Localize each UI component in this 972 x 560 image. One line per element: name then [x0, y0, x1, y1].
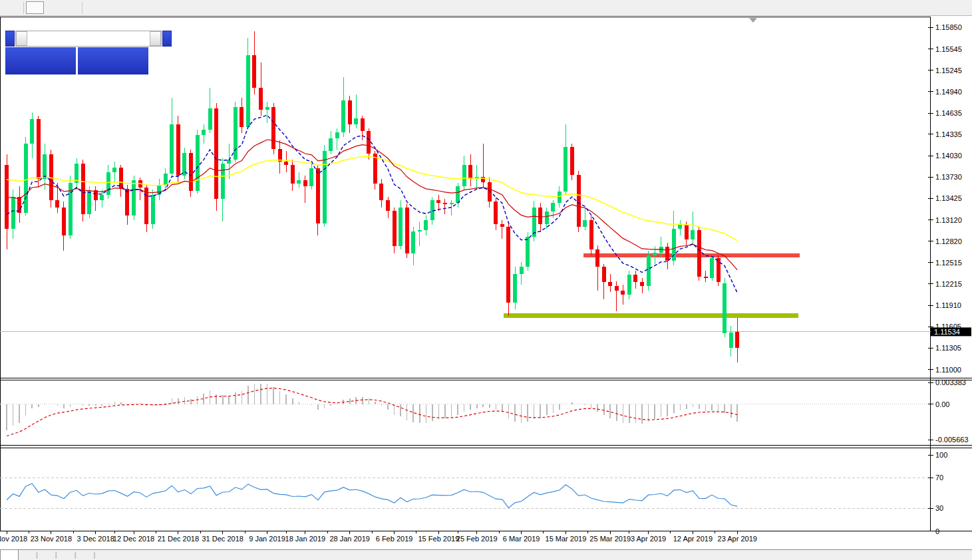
- svg-text:25 Feb 2019: 25 Feb 2019: [456, 535, 498, 543]
- svg-text:6 Mar 2019: 6 Mar 2019: [503, 535, 540, 543]
- trend-lines: [504, 255, 800, 316]
- svg-text:1.12820: 1.12820: [935, 237, 962, 245]
- chart-title: [7, 18, 15, 26]
- sell-button[interactable]: [5, 31, 15, 47]
- tab-usdchf-daily[interactable]: [38, 550, 55, 560]
- rsi-line: [7, 484, 737, 507]
- sell-price-panel[interactable]: [5, 47, 76, 74]
- svg-text:3 Dec 2018: 3 Dec 2018: [77, 535, 114, 543]
- svg-text:1.13425: 1.13425: [935, 194, 962, 202]
- fast-ma: [7, 115, 737, 293]
- svg-text:1.15245: 1.15245: [935, 67, 962, 74]
- rsi-pane: 10070300: [0, 451, 947, 535]
- svg-text:1.13730: 1.13730: [935, 173, 962, 181]
- candles: [5, 31, 739, 362]
- svg-text:6 Feb 2019: 6 Feb 2019: [376, 535, 413, 543]
- macd-signal-line: [7, 388, 737, 436]
- tab-usdcnh-daily[interactable]: [77, 550, 94, 560]
- svg-text:12 Dec 2018: 12 Dec 2018: [113, 535, 154, 543]
- svg-text:-0.005663: -0.005663: [935, 436, 969, 444]
- svg-text:70: 70: [935, 474, 943, 482]
- svg-text:30: 30: [935, 504, 943, 512]
- svg-text:1.14335: 1.14335: [935, 130, 962, 138]
- svg-text:9 Jan 2019: 9 Jan 2019: [249, 535, 285, 543]
- svg-text:12 Apr 2019: 12 Apr 2019: [673, 535, 713, 543]
- volume-decrease-button[interactable]: [16, 31, 27, 46]
- macd-pane: 0.0033830.00-0.005663: [0, 378, 969, 444]
- svg-text:23 Nov 2018: 23 Nov 2018: [31, 535, 72, 543]
- svg-text:15 Mar 2019: 15 Mar 2019: [546, 535, 587, 543]
- buy-button[interactable]: [162, 31, 172, 47]
- svg-text:18 Jan 2019: 18 Jan 2019: [285, 535, 326, 543]
- svg-text:1.15850: 1.15850: [935, 23, 962, 31]
- svg-text:1.11305: 1.11305: [935, 344, 961, 352]
- svg-text:1.14635: 1.14635: [935, 109, 962, 117]
- svg-text:1.11534: 1.11534: [934, 328, 960, 336]
- svg-text:14 Nov 2018: 14 Nov 2018: [0, 535, 27, 543]
- chart-frame: [0, 17, 972, 531]
- one-click-trading-panel: [5, 31, 150, 74]
- svg-text:1.13120: 1.13120: [935, 216, 962, 224]
- tab-usdcad-daily[interactable]: [57, 550, 75, 560]
- svg-text:0: 0: [935, 527, 939, 535]
- svg-text:25 Mar 2019: 25 Mar 2019: [589, 535, 631, 543]
- tab-eurusd-daily[interactable]: [0, 550, 19, 560]
- svg-text:31 Dec 2018: 31 Dec 2018: [202, 535, 243, 543]
- mid-ma: [7, 140, 737, 270]
- date-axis: 14 Nov 201823 Nov 20183 Dec 201812 Dec 2…: [0, 531, 757, 543]
- svg-text:1.12215: 1.12215: [935, 280, 962, 288]
- tab-audusd-daily[interactable]: [19, 550, 36, 560]
- svg-text:21 Dec 2018: 21 Dec 2018: [158, 535, 199, 543]
- svg-text:0.003383: 0.003383: [935, 378, 966, 386]
- svg-text:1.12515: 1.12515: [935, 259, 962, 267]
- volume-input[interactable]: [27, 31, 150, 46]
- svg-text:1.11000: 1.11000: [935, 366, 961, 374]
- svg-text:1.14030: 1.14030: [935, 152, 962, 160]
- chart-canvas[interactable]: 1.158501.155451.152451.149401.146351.143…: [0, 0, 972, 549]
- tab-separator: |: [94, 550, 96, 560]
- volume-increase-button[interactable]: [150, 31, 161, 46]
- svg-text:1.14940: 1.14940: [935, 88, 962, 96]
- moving-averages: [7, 115, 737, 293]
- current-price-tag: 1.11534: [931, 327, 971, 336]
- chart-tab-bar: | | | |: [0, 549, 972, 560]
- svg-text:3 Apr 2019: 3 Apr 2019: [631, 535, 666, 543]
- volume-spinner: [15, 31, 162, 47]
- buy-price-panel[interactable]: [78, 47, 148, 74]
- svg-text:0.00: 0.00: [935, 400, 949, 408]
- price-axis: 1.158501.155451.152451.149401.146351.143…: [928, 23, 962, 373]
- svg-text:28 Jan 2019: 28 Jan 2019: [329, 535, 370, 543]
- svg-text:100: 100: [935, 451, 947, 459]
- chart-shift-marker-icon: [749, 18, 757, 23]
- svg-text:1.11910: 1.11910: [935, 301, 961, 309]
- svg-text:1.15545: 1.15545: [935, 45, 962, 53]
- svg-text:23 Apr 2019: 23 Apr 2019: [718, 535, 757, 543]
- svg-text:15 Feb 2019: 15 Feb 2019: [418, 535, 460, 543]
